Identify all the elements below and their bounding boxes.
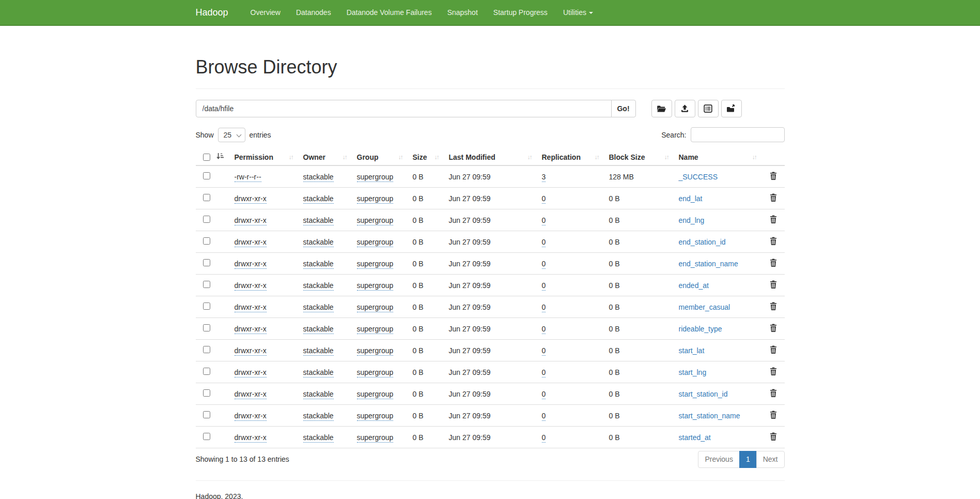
column-header-name[interactable]: Name↓↑ [675,149,763,165]
row-select-checkbox[interactable] [203,216,210,223]
nav-item-overview[interactable]: Overview [243,0,288,25]
owner-value[interactable]: stackable [303,281,334,291]
pagination-previous[interactable]: Previous [698,451,739,468]
nav-dropdown-utilities[interactable]: Utilities [555,0,601,25]
move-button[interactable] [721,100,742,117]
delete-button[interactable] [769,236,778,248]
replication-value[interactable]: 0 [542,260,546,269]
owner-value[interactable]: stackable [303,194,334,204]
group-value[interactable]: supergroup [357,173,394,182]
select-all-column-header[interactable] [196,149,230,165]
row-select-checkbox[interactable] [203,411,210,418]
group-value[interactable]: supergroup [357,303,394,312]
file-name-link[interactable]: start_station_id [679,390,728,398]
delete-button[interactable] [769,214,778,226]
group-value[interactable]: supergroup [357,281,394,291]
replication-value[interactable]: 0 [542,368,546,377]
permission-value[interactable]: drwxr-xr-x [235,433,267,443]
permission-value[interactable]: drwxr-xr-x [235,368,267,377]
row-select-checkbox[interactable] [203,346,210,353]
column-header-owner[interactable]: Owner↓↑ [299,149,353,165]
replication-value[interactable]: 0 [542,412,546,421]
directory-path-input[interactable] [196,100,612,117]
row-select-checkbox[interactable] [203,389,210,397]
group-value[interactable]: supergroup [357,216,394,225]
select-all-checkbox[interactable] [203,154,210,161]
replication-value[interactable]: 0 [542,238,546,247]
owner-value[interactable]: stackable [303,303,334,312]
nav-item-snapshot[interactable]: Snapshot [440,0,486,25]
permission-value[interactable]: drwxr-xr-x [235,281,267,291]
delete-button[interactable] [769,344,778,356]
file-name-link[interactable]: _SUCCESS [679,173,718,181]
column-header-size[interactable]: Size↓↑ [409,149,445,165]
nav-item-datanodes[interactable]: Datanodes [288,0,339,25]
delete-button[interactable] [769,323,778,335]
column-header-block-size[interactable]: Block Size↓↑ [605,149,675,165]
permission-value[interactable]: -rw-r--r-- [235,173,261,182]
file-name-link[interactable]: rideable_type [679,325,722,333]
delete-button[interactable] [769,192,778,204]
delete-button[interactable] [769,301,778,313]
owner-value[interactable]: stackable [303,412,334,421]
permission-value[interactable]: drwxr-xr-x [235,303,267,312]
column-header-last-modified[interactable]: Last Modified↓↑ [445,149,538,165]
owner-value[interactable]: stackable [303,260,334,269]
row-select-checkbox[interactable] [203,281,210,288]
owner-value[interactable]: stackable [303,390,334,399]
group-value[interactable]: supergroup [357,194,394,204]
delete-button[interactable] [769,366,778,378]
group-value[interactable]: supergroup [357,390,394,399]
owner-value[interactable]: stackable [303,368,334,377]
column-header-group[interactable]: Group↓↑ [353,149,409,165]
file-name-link[interactable]: member_casual [679,303,730,311]
owner-value[interactable]: stackable [303,238,334,247]
replication-value[interactable]: 0 [542,390,546,399]
file-name-link[interactable]: start_lng [679,368,707,376]
delete-button[interactable] [769,388,778,400]
replication-value[interactable]: 0 [542,346,546,356]
file-name-link[interactable]: end_lng [679,216,705,224]
column-header-replication[interactable]: Replication↓↑ [538,149,605,165]
row-select-checkbox[interactable] [203,303,210,310]
row-select-checkbox[interactable] [203,237,210,245]
group-value[interactable]: supergroup [357,412,394,421]
delete-button[interactable] [769,431,778,443]
group-value[interactable]: supergroup [357,238,394,247]
nav-item-datanode-volume-failures[interactable]: Datanode Volume Failures [339,0,440,25]
replication-value[interactable]: 0 [542,194,546,204]
permission-value[interactable]: drwxr-xr-x [235,390,267,399]
go-button[interactable]: Go! [611,100,636,117]
permission-value[interactable]: drwxr-xr-x [235,346,267,356]
group-value[interactable]: supergroup [357,368,394,377]
group-value[interactable]: supergroup [357,260,394,269]
file-name-link[interactable]: ended_at [679,281,709,290]
column-header-permission[interactable]: Permission↓↑ [230,149,299,165]
owner-value[interactable]: stackable [303,173,334,182]
brand-hadoop[interactable]: Hadoop [196,0,228,25]
search-input[interactable] [691,127,785,142]
group-value[interactable]: supergroup [357,433,394,443]
permission-value[interactable]: drwxr-xr-x [235,260,267,269]
owner-value[interactable]: stackable [303,433,334,443]
row-select-checkbox[interactable] [203,172,210,179]
file-name-link[interactable]: end_lat [679,194,703,203]
delete-button[interactable] [769,410,778,421]
file-name-link[interactable]: end_station_id [679,238,726,246]
replication-value[interactable]: 3 [542,173,546,182]
owner-value[interactable]: stackable [303,346,334,356]
pagination-page-1[interactable]: 1 [739,451,757,468]
row-select-checkbox[interactable] [203,433,210,440]
nav-item-startup-progress[interactable]: Startup Progress [486,0,555,25]
replication-value[interactable]: 0 [542,433,546,443]
delete-button[interactable] [769,171,778,183]
owner-value[interactable]: stackable [303,325,334,334]
group-value[interactable]: supergroup [357,346,394,356]
row-select-checkbox[interactable] [203,259,210,266]
page-size-select[interactable]: 25 [218,128,245,142]
owner-value[interactable]: stackable [303,216,334,225]
permission-value[interactable]: drwxr-xr-x [235,238,267,247]
replication-value[interactable]: 0 [542,325,546,334]
file-name-link[interactable]: end_station_name [679,260,738,268]
row-select-checkbox[interactable] [203,324,210,331]
